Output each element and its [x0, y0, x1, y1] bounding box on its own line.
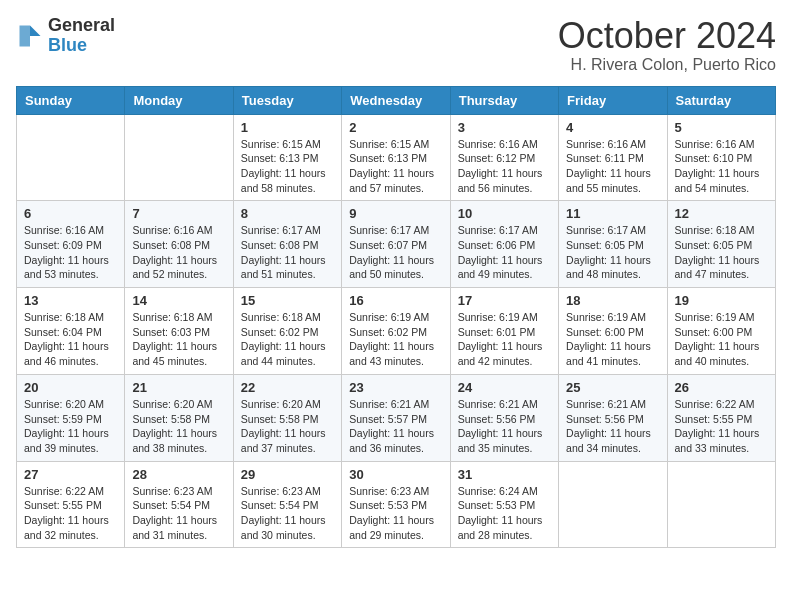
cell-info: Sunrise: 6:23 AM Sunset: 5:54 PM Dayligh…	[132, 484, 225, 543]
calendar-cell: 25Sunrise: 6:21 AM Sunset: 5:56 PM Dayli…	[559, 374, 667, 461]
calendar-cell: 29Sunrise: 6:23 AM Sunset: 5:54 PM Dayli…	[233, 461, 341, 548]
day-number: 22	[241, 380, 334, 395]
calendar-week-row: 20Sunrise: 6:20 AM Sunset: 5:59 PM Dayli…	[17, 374, 776, 461]
cell-info: Sunrise: 6:19 AM Sunset: 6:00 PM Dayligh…	[675, 310, 768, 369]
calendar-cell: 30Sunrise: 6:23 AM Sunset: 5:53 PM Dayli…	[342, 461, 450, 548]
calendar-cell	[17, 114, 125, 201]
day-number: 17	[458, 293, 551, 308]
calendar-week-row: 13Sunrise: 6:18 AM Sunset: 6:04 PM Dayli…	[17, 288, 776, 375]
calendar-cell	[559, 461, 667, 548]
cell-info: Sunrise: 6:16 AM Sunset: 6:12 PM Dayligh…	[458, 137, 551, 196]
day-number: 23	[349, 380, 442, 395]
calendar-cell: 15Sunrise: 6:18 AM Sunset: 6:02 PM Dayli…	[233, 288, 341, 375]
day-number: 8	[241, 206, 334, 221]
cell-info: Sunrise: 6:20 AM Sunset: 5:58 PM Dayligh…	[241, 397, 334, 456]
logo-icon	[16, 22, 44, 50]
calendar-cell: 1Sunrise: 6:15 AM Sunset: 6:13 PM Daylig…	[233, 114, 341, 201]
logo-general: General	[48, 16, 115, 36]
calendar-cell: 28Sunrise: 6:23 AM Sunset: 5:54 PM Dayli…	[125, 461, 233, 548]
day-number: 30	[349, 467, 442, 482]
cell-info: Sunrise: 6:19 AM Sunset: 6:00 PM Dayligh…	[566, 310, 659, 369]
day-number: 2	[349, 120, 442, 135]
logo: General Blue	[16, 16, 115, 56]
day-number: 4	[566, 120, 659, 135]
day-number: 1	[241, 120, 334, 135]
calendar-header-row: SundayMondayTuesdayWednesdayThursdayFrid…	[17, 86, 776, 114]
day-number: 11	[566, 206, 659, 221]
day-number: 28	[132, 467, 225, 482]
calendar-cell: 10Sunrise: 6:17 AM Sunset: 6:06 PM Dayli…	[450, 201, 558, 288]
cell-info: Sunrise: 6:21 AM Sunset: 5:57 PM Dayligh…	[349, 397, 442, 456]
cell-info: Sunrise: 6:18 AM Sunset: 6:05 PM Dayligh…	[675, 223, 768, 282]
cell-info: Sunrise: 6:15 AM Sunset: 6:13 PM Dayligh…	[349, 137, 442, 196]
day-number: 26	[675, 380, 768, 395]
calendar-week-row: 1Sunrise: 6:15 AM Sunset: 6:13 PM Daylig…	[17, 114, 776, 201]
day-header-sunday: Sunday	[17, 86, 125, 114]
day-number: 27	[24, 467, 117, 482]
day-number: 14	[132, 293, 225, 308]
day-header-thursday: Thursday	[450, 86, 558, 114]
day-number: 5	[675, 120, 768, 135]
day-number: 24	[458, 380, 551, 395]
calendar-week-row: 6Sunrise: 6:16 AM Sunset: 6:09 PM Daylig…	[17, 201, 776, 288]
calendar-cell: 14Sunrise: 6:18 AM Sunset: 6:03 PM Dayli…	[125, 288, 233, 375]
day-header-monday: Monday	[125, 86, 233, 114]
day-number: 15	[241, 293, 334, 308]
calendar-cell	[667, 461, 775, 548]
day-number: 13	[24, 293, 117, 308]
cell-info: Sunrise: 6:22 AM Sunset: 5:55 PM Dayligh…	[675, 397, 768, 456]
day-number: 6	[24, 206, 117, 221]
calendar-cell: 18Sunrise: 6:19 AM Sunset: 6:00 PM Dayli…	[559, 288, 667, 375]
page-header: General Blue October 2024 H. Rivera Colo…	[16, 16, 776, 74]
day-header-tuesday: Tuesday	[233, 86, 341, 114]
calendar-cell: 7Sunrise: 6:16 AM Sunset: 6:08 PM Daylig…	[125, 201, 233, 288]
cell-info: Sunrise: 6:21 AM Sunset: 5:56 PM Dayligh…	[458, 397, 551, 456]
calendar-cell: 26Sunrise: 6:22 AM Sunset: 5:55 PM Dayli…	[667, 374, 775, 461]
day-number: 7	[132, 206, 225, 221]
calendar-cell: 9Sunrise: 6:17 AM Sunset: 6:07 PM Daylig…	[342, 201, 450, 288]
day-number: 29	[241, 467, 334, 482]
calendar-week-row: 27Sunrise: 6:22 AM Sunset: 5:55 PM Dayli…	[17, 461, 776, 548]
day-number: 18	[566, 293, 659, 308]
calendar-cell: 19Sunrise: 6:19 AM Sunset: 6:00 PM Dayli…	[667, 288, 775, 375]
cell-info: Sunrise: 6:16 AM Sunset: 6:09 PM Dayligh…	[24, 223, 117, 282]
calendar-cell: 31Sunrise: 6:24 AM Sunset: 5:53 PM Dayli…	[450, 461, 558, 548]
day-number: 25	[566, 380, 659, 395]
cell-info: Sunrise: 6:20 AM Sunset: 5:59 PM Dayligh…	[24, 397, 117, 456]
cell-info: Sunrise: 6:16 AM Sunset: 6:10 PM Dayligh…	[675, 137, 768, 196]
cell-info: Sunrise: 6:22 AM Sunset: 5:55 PM Dayligh…	[24, 484, 117, 543]
cell-info: Sunrise: 6:24 AM Sunset: 5:53 PM Dayligh…	[458, 484, 551, 543]
day-header-friday: Friday	[559, 86, 667, 114]
day-number: 19	[675, 293, 768, 308]
title-section: October 2024 H. Rivera Colon, Puerto Ric…	[558, 16, 776, 74]
calendar-cell: 2Sunrise: 6:15 AM Sunset: 6:13 PM Daylig…	[342, 114, 450, 201]
cell-info: Sunrise: 6:15 AM Sunset: 6:13 PM Dayligh…	[241, 137, 334, 196]
day-number: 16	[349, 293, 442, 308]
cell-info: Sunrise: 6:17 AM Sunset: 6:05 PM Dayligh…	[566, 223, 659, 282]
cell-info: Sunrise: 6:23 AM Sunset: 5:54 PM Dayligh…	[241, 484, 334, 543]
day-header-wednesday: Wednesday	[342, 86, 450, 114]
day-number: 31	[458, 467, 551, 482]
cell-info: Sunrise: 6:20 AM Sunset: 5:58 PM Dayligh…	[132, 397, 225, 456]
cell-info: Sunrise: 6:16 AM Sunset: 6:11 PM Dayligh…	[566, 137, 659, 196]
day-header-saturday: Saturday	[667, 86, 775, 114]
cell-info: Sunrise: 6:18 AM Sunset: 6:02 PM Dayligh…	[241, 310, 334, 369]
calendar-cell: 20Sunrise: 6:20 AM Sunset: 5:59 PM Dayli…	[17, 374, 125, 461]
day-number: 21	[132, 380, 225, 395]
location-title: H. Rivera Colon, Puerto Rico	[558, 56, 776, 74]
calendar-cell: 3Sunrise: 6:16 AM Sunset: 6:12 PM Daylig…	[450, 114, 558, 201]
calendar-cell: 11Sunrise: 6:17 AM Sunset: 6:05 PM Dayli…	[559, 201, 667, 288]
calendar-cell	[125, 114, 233, 201]
day-number: 20	[24, 380, 117, 395]
calendar-cell: 22Sunrise: 6:20 AM Sunset: 5:58 PM Dayli…	[233, 374, 341, 461]
cell-info: Sunrise: 6:18 AM Sunset: 6:03 PM Dayligh…	[132, 310, 225, 369]
calendar-table: SundayMondayTuesdayWednesdayThursdayFrid…	[16, 86, 776, 549]
calendar-cell: 12Sunrise: 6:18 AM Sunset: 6:05 PM Dayli…	[667, 201, 775, 288]
cell-info: Sunrise: 6:19 AM Sunset: 6:01 PM Dayligh…	[458, 310, 551, 369]
cell-info: Sunrise: 6:16 AM Sunset: 6:08 PM Dayligh…	[132, 223, 225, 282]
day-number: 10	[458, 206, 551, 221]
calendar-cell: 17Sunrise: 6:19 AM Sunset: 6:01 PM Dayli…	[450, 288, 558, 375]
cell-info: Sunrise: 6:17 AM Sunset: 6:08 PM Dayligh…	[241, 223, 334, 282]
day-number: 3	[458, 120, 551, 135]
calendar-cell: 24Sunrise: 6:21 AM Sunset: 5:56 PM Dayli…	[450, 374, 558, 461]
